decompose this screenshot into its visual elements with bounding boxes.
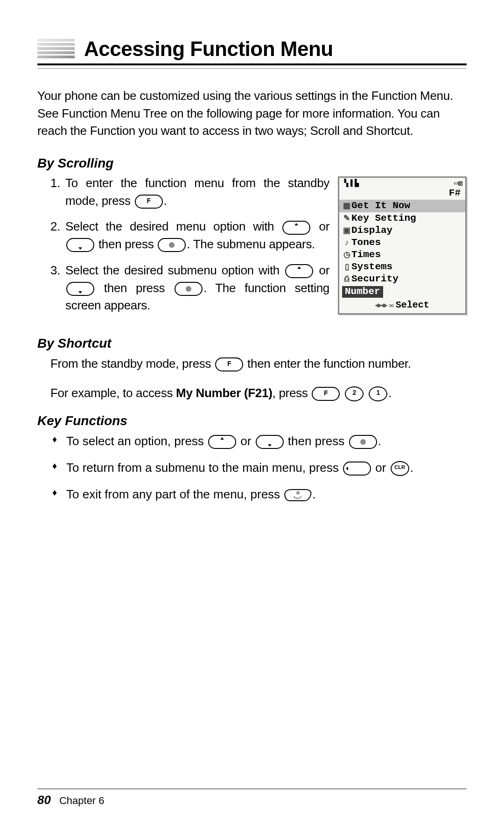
phone-menu-item-icon: ◷ xyxy=(342,250,351,259)
phone-softkey-label: Select xyxy=(396,300,429,310)
phone-menu-item-label: Security xyxy=(351,273,399,284)
f-key-icon: F xyxy=(312,387,340,401)
up-key-icon xyxy=(208,435,236,449)
page-number: 80 xyxy=(37,793,51,807)
up-key-icon xyxy=(285,264,313,278)
end-key-icon xyxy=(284,489,312,501)
key-functions-item-2: To return from a submenu to the main men… xyxy=(50,459,467,477)
two-key-icon: 2 xyxy=(345,386,364,401)
envelope-icon: ✉ xyxy=(389,301,394,310)
phone-fhash-label: F# xyxy=(339,188,465,200)
key-functions-item-3: To exit from any part of the menu, press… xyxy=(50,485,467,504)
up-key-icon xyxy=(282,221,310,235)
down-key-icon xyxy=(66,238,94,252)
f-key-icon: F xyxy=(135,195,163,209)
by-shortcut-heading: By Shortcut xyxy=(37,336,467,351)
battery-icon: ▭▥ xyxy=(454,180,462,188)
ok-key-icon xyxy=(349,435,377,449)
phone-menu-item: ▦Get It Now xyxy=(339,200,465,212)
header-stripes-icon xyxy=(37,39,75,60)
clr-key-icon: CLR xyxy=(391,461,409,476)
key-functions-item-1: To select an option, press or then press… xyxy=(50,432,467,450)
phone-number-row: Number xyxy=(342,286,462,297)
header-rule-thick xyxy=(37,63,467,65)
phone-menu-item-icon: ✎ xyxy=(342,214,351,223)
phone-menu-item: ✎Key Setting xyxy=(339,212,465,224)
down-key-icon xyxy=(256,435,284,449)
ok-key-icon xyxy=(175,282,203,296)
scrolling-step-3: Select the desired submenu option with o… xyxy=(63,262,329,315)
phone-menu-item-label: Get It Now xyxy=(351,200,410,211)
scrolling-steps: To enter the function menu from the stan… xyxy=(37,175,329,323)
phone-number-tag: Number xyxy=(342,286,383,297)
key-functions-heading: Key Functions xyxy=(37,413,467,428)
phone-menu-item: ⎙Security xyxy=(339,273,465,285)
footer-rule xyxy=(37,789,467,789)
phone-menu-item: ▣Display xyxy=(339,224,465,237)
shortcut-paragraph-2: For example, to access My Number (F21), … xyxy=(50,384,467,402)
signal-icon: ▝▖▌▙ xyxy=(342,180,359,188)
one-key-icon: 1 xyxy=(369,386,387,401)
phone-screen-mock: ▝▖▌▙ ▭▥ F# ▦Get It Now✎Key Setting▣Displ… xyxy=(338,176,467,315)
phone-menu-item-label: Tones xyxy=(351,237,381,248)
key-functions-list: To select an option, press or then press… xyxy=(50,432,467,504)
phone-menu-item: ▯Systems xyxy=(339,261,465,273)
phone-menu-item-label: Systems xyxy=(351,261,392,272)
phone-softkey-bar: ◂▸◂▸✉Select xyxy=(339,299,465,313)
phone-menu-item-icon: ⎙ xyxy=(342,274,351,284)
intro-paragraph: Your phone can be customized using the v… xyxy=(37,87,467,140)
phone-menu-item: ◷Times xyxy=(339,249,465,261)
phone-menu-item-icon: ♪ xyxy=(342,238,351,247)
shortcut-paragraph-1: From the standby mode, press F then ente… xyxy=(50,355,467,373)
page-header: Accessing Function Menu xyxy=(37,37,467,61)
phone-menu-item-icon: ▣ xyxy=(342,226,351,235)
ok-key-icon xyxy=(158,238,186,252)
phone-menu-item-label: Times xyxy=(351,249,381,260)
phone-statusbar: ▝▖▌▙ ▭▥ xyxy=(339,178,465,188)
left-key-icon xyxy=(343,462,371,476)
nav-arrows-icon: ◂▸◂▸ xyxy=(375,301,386,309)
phone-menu-item-label: Key Setting xyxy=(351,213,416,224)
scrolling-step-2: Select the desired menu option with or t… xyxy=(63,218,329,253)
phone-menu-item: ♪Tones xyxy=(339,237,465,249)
phone-menu-item-icon: ▦ xyxy=(342,201,351,210)
phone-menu-item-label: Display xyxy=(351,225,392,236)
chapter-label: Chapter 6 xyxy=(59,795,105,806)
by-scrolling-heading: By Scrolling xyxy=(37,156,467,171)
page-footer: 80Chapter 6 xyxy=(37,789,467,807)
down-key-icon xyxy=(66,282,94,296)
scrolling-step-1: To enter the function menu from the stan… xyxy=(63,175,329,210)
f-key-icon: F xyxy=(215,357,243,371)
phone-menu-item-icon: ▯ xyxy=(342,262,351,272)
header-rule-thin xyxy=(37,68,467,69)
page-title: Accessing Function Menu xyxy=(84,37,333,61)
